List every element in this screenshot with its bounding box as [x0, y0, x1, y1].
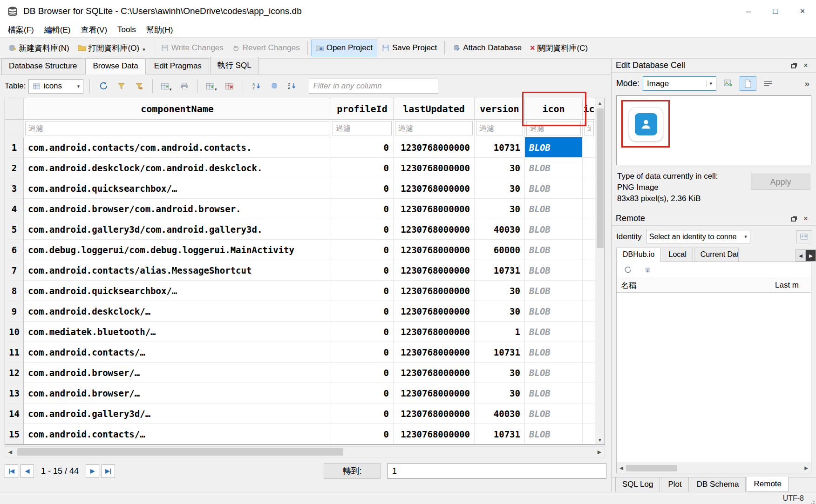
cell-version[interactable]: 30 — [475, 158, 525, 178]
scroll-up-icon[interactable]: ▲ — [595, 98, 605, 108]
refresh-button[interactable] — [96, 79, 111, 93]
dock-tab-remote[interactable]: Remote — [747, 477, 789, 492]
filter-componentName-input[interactable] — [25, 121, 329, 135]
cell-icon[interactable]: BLOB — [525, 383, 583, 403]
open-database-button[interactable]: 打開資料庫(O) ▾ — [74, 40, 150, 57]
cell-componentName[interactable]: com.android.deskclock/com.android.deskcl… — [24, 158, 331, 178]
cell-version[interactable]: 30 — [475, 383, 525, 403]
cell-version[interactable]: 60000 — [475, 240, 525, 260]
cell-icon[interactable]: BLOB — [525, 281, 583, 301]
save-filter-button[interactable] — [131, 79, 146, 93]
cell-componentName[interactable]: com.android.gallery3d/com.android.galler… — [24, 219, 331, 240]
cell-version[interactable]: 30 — [475, 301, 525, 322]
cell-lastUpdated[interactable]: 1230768000000 — [394, 383, 475, 403]
menu-edit[interactable]: 編輯(E) — [39, 23, 76, 37]
column-header-version[interactable]: version — [475, 98, 525, 120]
tab-local[interactable]: Local — [662, 248, 693, 262]
cell-lastUpdated[interactable]: 1230768000000 — [394, 240, 475, 260]
column-header-profileId[interactable]: profileId — [331, 98, 394, 120]
cell-icon[interactable]: BLOB — [525, 199, 583, 219]
cell-profileId[interactable]: 0 — [331, 137, 394, 158]
cell-lastUpdated[interactable]: 1230768000000 — [394, 260, 475, 281]
mode-select[interactable]: Image ▾ — [643, 76, 716, 91]
cell-componentName[interactable]: com.android.gallery3d/… — [24, 403, 331, 424]
cell-clipped[interactable] — [583, 363, 596, 383]
cell-version[interactable]: 1 — [475, 322, 525, 342]
cell-componentName[interactable]: com.android.browser/… — [24, 363, 331, 383]
menu-tools[interactable]: Tools — [112, 23, 141, 36]
cell-icon[interactable]: BLOB — [525, 363, 583, 383]
goto-record-input[interactable] — [388, 463, 606, 479]
close-button[interactable]: × — [789, 0, 816, 22]
cell-icon[interactable]: BLOB — [525, 158, 583, 178]
filter-profileId-input[interactable] — [333, 121, 392, 135]
remote-horizontal-scrollbar[interactable]: ◀ ▶ — [617, 463, 811, 473]
identity-select[interactable]: Select an identity to conne ▾ — [646, 230, 750, 243]
scroll-left-icon[interactable]: ◀ — [617, 465, 626, 470]
remote-column-name[interactable]: 名稱 — [617, 278, 771, 292]
row-number[interactable]: 8 — [5, 281, 24, 301]
menu-view[interactable]: 查看(V) — [75, 23, 112, 37]
tab-scroll-left-icon[interactable]: ◀ — [796, 249, 806, 262]
open-project-button[interactable]: Open Project — [311, 40, 377, 56]
vertical-scrollbar-thumb[interactable] — [597, 108, 604, 248]
tab-execute-sql[interactable]: 執行 SQL — [210, 57, 259, 74]
close-database-button[interactable]: × 關閉資料庫(C) — [526, 40, 592, 57]
cell-profileId[interactable]: 0 — [331, 199, 394, 219]
first-page-button[interactable]: |◀ — [5, 464, 18, 478]
cell-profileId[interactable]: 0 — [331, 219, 394, 240]
cell-lastUpdated[interactable]: 1230768000000 — [394, 342, 475, 363]
attach-database-button[interactable]: Attach Database — [448, 40, 526, 56]
cell-clipped[interactable] — [583, 240, 596, 260]
cell-icon[interactable]: BLOB — [525, 260, 583, 281]
previous-page-button[interactable]: ◀ — [20, 464, 34, 478]
insert-record-button[interactable]: ▾ — [159, 79, 174, 93]
cell-componentName[interactable]: com.android.contacts/… — [24, 342, 331, 363]
remote-file-list[interactable] — [617, 293, 811, 463]
cell-icon[interactable]: BLOB — [525, 424, 583, 444]
resize-grip[interactable] — [813, 501, 815, 502]
filter-version-input[interactable] — [476, 121, 523, 135]
row-number[interactable]: 11 — [5, 342, 24, 363]
cell-version[interactable]: 40030 — [475, 219, 525, 240]
cell-version[interactable]: 40030 — [475, 403, 525, 424]
insert-record-dropdown-icon[interactable]: ▾ — [170, 87, 172, 93]
cell-clipped[interactable] — [583, 424, 596, 444]
scroll-right-icon[interactable]: ▶ — [594, 449, 605, 455]
table-select[interactable]: icons ▾ — [28, 79, 83, 94]
cell-version[interactable]: 10731 — [475, 424, 525, 444]
cell-profileId[interactable]: 0 — [331, 240, 394, 260]
cell-clipped[interactable] — [583, 158, 596, 178]
column-header-componentName[interactable]: componentName — [24, 98, 331, 120]
cell-componentName[interactable]: com.android.contacts/com.android.contact… — [24, 137, 331, 158]
revert-changes-button[interactable]: Revert Changes — [228, 40, 304, 56]
new-database-button[interactable]: 新建資料庫(N) — [4, 40, 74, 57]
row-number[interactable]: 1 — [5, 137, 24, 158]
float-panel-button[interactable] — [788, 213, 800, 224]
print-button[interactable] — [177, 79, 191, 93]
cell-profileId[interactable]: 0 — [331, 383, 394, 403]
scroll-right-icon[interactable]: ▶ — [802, 465, 811, 470]
tab-edit-pragmas[interactable]: Edit Pragmas — [147, 58, 209, 74]
view-image-button[interactable] — [740, 76, 756, 91]
duplicate-record-dropdown-icon[interactable]: ▾ — [215, 87, 217, 93]
cell-lastUpdated[interactable]: 1230768000000 — [394, 281, 475, 301]
cell-clipped[interactable] — [583, 260, 596, 281]
cell-version[interactable]: 10731 — [475, 137, 525, 158]
cell-profileId[interactable]: 0 — [331, 363, 394, 383]
toolbar-overflow-icon[interactable]: » — [804, 79, 811, 89]
cell-icon-selected[interactable]: BLOB — [525, 137, 583, 158]
cell-clipped[interactable] — [583, 178, 596, 199]
row-number[interactable]: 2 — [5, 158, 24, 178]
cell-version[interactable]: 30 — [475, 363, 525, 383]
cell-lastUpdated[interactable]: 1230768000000 — [394, 199, 475, 219]
cell-lastUpdated[interactable]: 1230768000000 — [394, 424, 475, 444]
cell-componentName[interactable]: com.android.contacts/alias.MessageShortc… — [24, 260, 331, 281]
open-database-dropdown-icon[interactable]: ▾ — [143, 47, 145, 54]
cell-clipped[interactable] — [583, 383, 596, 403]
cell-componentName[interactable]: com.debug.loggerui/com.debug.loggerui.Ma… — [24, 240, 331, 260]
scroll-down-icon[interactable]: ▼ — [595, 435, 605, 444]
cell-lastUpdated[interactable]: 1230768000000 — [394, 301, 475, 322]
word-wrap-button[interactable] — [760, 76, 776, 91]
write-changes-button[interactable]: Write Changes — [156, 40, 228, 56]
